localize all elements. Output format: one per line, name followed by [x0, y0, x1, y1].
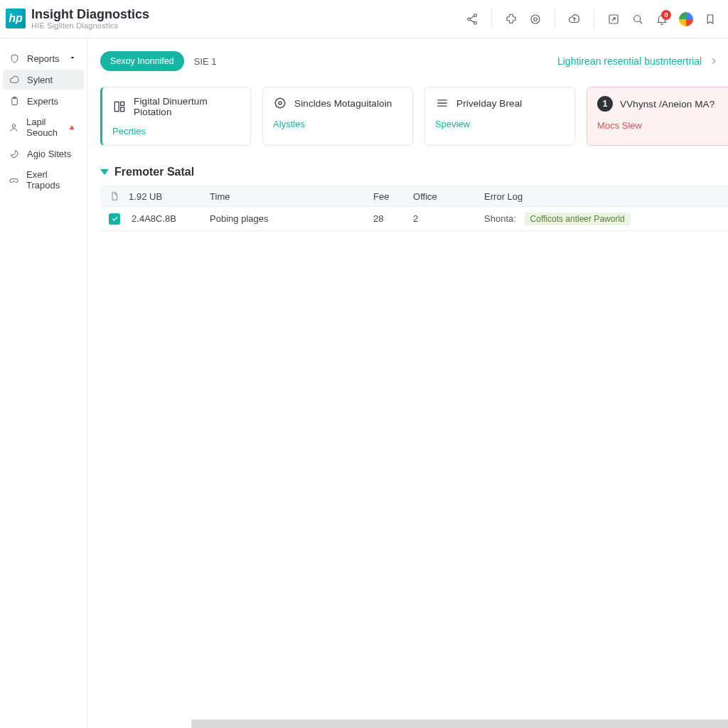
chevron-down-icon: [68, 53, 77, 64]
sidebar-item-label: Agio Sitets: [27, 149, 71, 159]
card-link[interactable]: Speview: [435, 119, 564, 129]
search-icon[interactable]: [626, 7, 650, 31]
cell-time: Pobing plages: [207, 213, 370, 224]
sidebar-item-agio-sitets[interactable]: Agio Sitets: [3, 144, 84, 164]
col-time[interactable]: Time: [207, 191, 370, 202]
main-area: Sexoy Inonnifed SIE 1 Lightirean resenti…: [87, 38, 728, 728]
sidebar-item-sylent[interactable]: Sylent: [3, 70, 84, 90]
cell-office: 2: [410, 213, 481, 224]
horizontal-scrollbar[interactable]: [191, 719, 728, 728]
sidebar-item-experts[interactable]: Experts: [3, 91, 84, 111]
svg-rect-11: [121, 102, 124, 105]
gear-circle-icon: [273, 96, 287, 110]
header-toolbar: 0: [460, 7, 722, 31]
bird-icon: [9, 148, 20, 159]
alert-count-badge: 1: [597, 96, 613, 112]
share-icon[interactable]: [460, 7, 484, 31]
table-header: 1.92 UB Time Fee Office Error Log: [100, 186, 728, 206]
avatar[interactable]: [674, 7, 698, 31]
extension-icon[interactable]: [499, 7, 523, 31]
light-link[interactable]: Lightirean resential bustnteertrial: [557, 55, 719, 67]
chevron-right-icon: [709, 56, 719, 66]
card-vvhynst[interactable]: 1 VVhynst /Aneion MA? Mocs Slew: [587, 87, 728, 146]
clipboard-icon: [9, 95, 20, 107]
card-privelday[interactable]: Privelday Breal Speview: [424, 87, 575, 146]
svg-point-14: [279, 102, 282, 105]
controller-icon: [9, 174, 19, 186]
sidebar-item-label: Lapil Seouch: [26, 117, 58, 138]
svg-rect-12: [121, 107, 124, 112]
brand: hp Insight Diagnostics HIE Sigliten Diag…: [6, 8, 149, 31]
dashboard-icon: [112, 100, 127, 114]
disclosure-triangle-icon: [100, 169, 109, 175]
sidebar: Reports Sylent Experts Lapil Seouch 🔺: [0, 38, 87, 728]
shield-icon: [9, 53, 20, 64]
table-row[interactable]: 2.4A8C.8B Pobing plages 28 2 Shonta: Cof…: [100, 206, 728, 230]
cell-size: 2.4A8C.8B: [129, 213, 207, 224]
sidebar-item-lapil-seouch[interactable]: Lapil Seouch 🔺: [3, 112, 84, 142]
primary-action-pill[interactable]: Sexoy Inonnifed: [100, 51, 184, 71]
svg-point-6: [634, 15, 641, 21]
cell-fee: 28: [370, 213, 410, 224]
card-title: VVhynst /Aneion MA?: [620, 99, 714, 109]
target-icon[interactable]: [523, 7, 547, 31]
app-title: Insight Diagnostics: [31, 8, 149, 22]
cell-error: Shonta: Cofficots antleer Paworld: [481, 213, 728, 225]
hp-logo-icon: hp: [6, 9, 26, 28]
status-chip: Cofficots antleer Paworld: [525, 213, 631, 225]
svg-rect-10: [114, 102, 119, 111]
svg-point-3: [531, 15, 540, 23]
cloud-icon: [9, 74, 20, 85]
section-title: Fremoter Satal: [114, 166, 194, 178]
section-header[interactable]: Fremoter Satal: [100, 166, 728, 178]
data-table: 1.92 UB Time Fee Office Error Log 2.4A8C…: [100, 186, 728, 231]
svg-point-2: [474, 21, 477, 24]
card-link[interactable]: Pecrties: [112, 126, 240, 136]
app-subtitle: HIE Sigliten Diagnostics: [31, 21, 149, 30]
col-fee[interactable]: Fee: [370, 191, 410, 202]
sidebar-item-label: Reports: [27, 53, 60, 64]
svg-point-9: [12, 124, 15, 127]
notifications-icon[interactable]: 0: [650, 7, 674, 31]
svg-point-0: [474, 14, 477, 16]
user-icon: [9, 122, 19, 133]
app-header: hp Insight Diagnostics HIE Sigliten Diag…: [0, 0, 728, 38]
card-title: Sincldes Motaguitaloin: [294, 98, 392, 109]
svg-point-1: [468, 18, 471, 21]
svg-point-4: [534, 17, 537, 21]
card-title: Figital Dinuertum Piotation: [134, 96, 240, 117]
card-figital[interactable]: Figital Dinuertum Piotation Pecrties: [100, 87, 251, 146]
light-link-label: Lightirean resential bustnteertrial: [557, 55, 702, 67]
sidebar-item-label: Experts: [27, 96, 58, 107]
cloud-upload-icon[interactable]: [562, 7, 587, 31]
sidebar-item-reports[interactable]: Reports: [3, 48, 84, 68]
sidebar-item-label: Exerl Trapods: [26, 169, 77, 191]
sidebar-item-exerl-trapods[interactable]: Exerl Trapods: [3, 165, 84, 195]
col-size[interactable]: 1.92 UB: [129, 191, 207, 202]
card-title: Privelday Breal: [456, 98, 522, 109]
beta-badge-icon: 🔺: [67, 123, 77, 132]
card-sincldes[interactable]: Sincldes Motaguitaloin Alystles: [262, 87, 413, 146]
bookmark-icon[interactable]: [698, 7, 722, 31]
col-office[interactable]: Office: [410, 191, 481, 202]
card-row: Figital Dinuertum Piotation Pecrties Sin…: [100, 87, 728, 146]
row-checkbox[interactable]: [109, 213, 120, 225]
scrollbar-thumb[interactable]: [191, 719, 728, 728]
card-link[interactable]: Alystles: [273, 119, 402, 129]
open-external-icon[interactable]: [601, 7, 626, 31]
notification-badge: 0: [661, 10, 671, 20]
card-link[interactable]: Mocs Slew: [597, 120, 718, 131]
error-lead: Shonta:: [484, 213, 516, 224]
sie-label: SIE 1: [194, 56, 217, 67]
menu-lines-icon: [435, 96, 449, 110]
sidebar-item-label: Sylent: [27, 75, 53, 85]
document-icon: [109, 191, 119, 201]
col-error[interactable]: Error Log: [481, 191, 728, 202]
